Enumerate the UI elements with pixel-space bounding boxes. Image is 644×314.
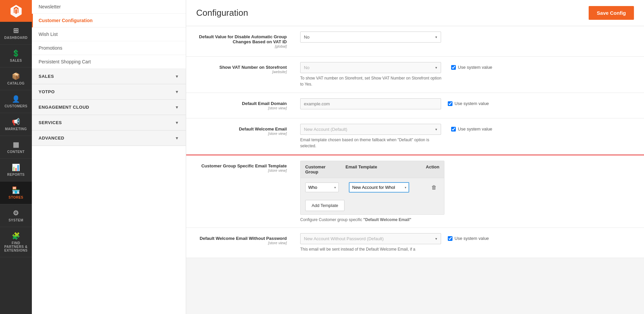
sidebar-item-sales[interactable]: 💲 SALES: [0, 45, 32, 67]
nav-label-sales: SALES: [10, 59, 22, 62]
use-system-show-vat[interactable]: Use system value: [451, 62, 492, 70]
label-disable-auto-group: Default Value for Disable Automatic Grou…: [193, 34, 287, 44]
accordion-sales: SALES ▼: [32, 69, 186, 84]
template-row: Who NOT LOGGED IN General Wholesale Reta…: [301, 178, 444, 197]
use-system-email-domain[interactable]: Use system value: [448, 98, 489, 106]
col-header-action: Action: [419, 164, 439, 174]
use-system-welcome-email[interactable]: Use system value: [451, 124, 492, 132]
sidebar-item-persistent-shopping-cart[interactable]: Persistent Shopping Cart: [32, 55, 186, 69]
nav-label-marketing: MARKETING: [5, 127, 27, 131]
nav-label-dashboard: DASHBOARD: [4, 36, 28, 40]
sidebar-item-find-partners[interactable]: 🧩 FIND PARTNERS & EXTENSIONS: [0, 227, 32, 257]
accordion-yotpo: YOTPO ▼: [32, 84, 186, 100]
label-customer-group-template: Customer Group Specific Email Template: [193, 163, 287, 168]
sidebar-item-promotions[interactable]: Promotions: [32, 41, 186, 55]
sales-icon: 💲: [12, 49, 20, 57]
label-welcome-email: Default Welcome Email: [193, 126, 287, 132]
use-system-welcome-no-password[interactable]: Use system value: [448, 233, 489, 241]
nav-label-customers: CUSTOMERS: [4, 104, 27, 108]
add-template-button[interactable]: Add Template: [305, 200, 344, 211]
select-disable-auto-group[interactable]: No Yes: [300, 32, 441, 43]
select-email-template[interactable]: New Account for Whol New Account (Defaul…: [349, 182, 409, 193]
nav-label-find-partners: FIND PARTNERS & EXTENSIONS: [2, 241, 30, 252]
label-show-vat: Show VAT Number on Storefront: [193, 65, 287, 70]
stores-icon: 🏪: [12, 186, 20, 194]
accordion-engagement-cloud: ENGAGEMENT CLOUD ▼: [32, 100, 186, 115]
form-row-email-domain: Default Email Domain [store view] Use sy…: [186, 93, 644, 118]
nav-label-stores: STORES: [9, 196, 23, 199]
marketing-icon: 📢: [12, 118, 20, 126]
scope-welcome-email: [store view]: [193, 132, 287, 136]
accordion-yotpo-header[interactable]: YOTPO ▼: [32, 84, 186, 99]
select-show-vat[interactable]: No Yes: [300, 62, 441, 73]
accordion-advanced-header[interactable]: ADVANCED ▼: [32, 130, 186, 146]
hint-welcome-email: Email template chosen based on theme fal…: [300, 137, 444, 149]
scope-welcome-no-password: [store view]: [193, 241, 287, 245]
sidebar-item-catalog[interactable]: 📦 CATALOG: [0, 67, 32, 90]
page-title: Configuration: [196, 8, 248, 18]
form-row-disable-auto-group: Default Value for Disable Automatic Grou…: [186, 26, 644, 57]
select-customer-group[interactable]: Who NOT LOGGED IN General Wholesale Reta…: [305, 182, 339, 192]
main-content: Configuration Save Config Default Value …: [186, 0, 644, 314]
sidebar-item-wish-list[interactable]: Wish List: [32, 28, 186, 41]
delete-template-button[interactable]: 🗑: [429, 183, 439, 192]
select-wrapper-email-template: New Account for Whol New Account (Defaul…: [349, 182, 409, 193]
chevron-down-icon: ▼: [175, 120, 179, 125]
system-icon: ⚙: [13, 209, 19, 217]
col-header-email-template: Email Template: [345, 164, 419, 174]
page-header: Configuration Save Config: [186, 0, 644, 26]
nav-label-content: CONTENT: [7, 150, 25, 154]
sidebar-item-content[interactable]: ▦ CONTENT: [0, 136, 32, 159]
dashboard-icon: ⊞: [13, 27, 19, 35]
select-wrapper-disable-auto-group: No Yes: [300, 32, 441, 43]
form-container: Default Value for Disable Automatic Grou…: [186, 26, 644, 258]
template-table-header: CustomerGroup Email Template Action: [301, 161, 444, 178]
accordion-engagement-cloud-header[interactable]: ENGAGEMENT CLOUD ▼: [32, 100, 186, 115]
sidebar-item-newsletter[interactable]: Newsletter: [32, 0, 186, 14]
form-row-welcome-no-password: Default Welcome Email Without Password […: [186, 228, 644, 258]
customers-icon: 👤: [12, 95, 20, 103]
hint-customer-group-template: Configure Customer group specific "Defau…: [300, 217, 444, 222]
scope-customer-group-template: [store view]: [193, 168, 287, 172]
select-wrapper-customer-group: Who NOT LOGGED IN General Wholesale Reta…: [305, 182, 339, 192]
nav-label-reports: REPORTS: [7, 173, 25, 176]
col-header-customer-group: CustomerGroup: [305, 164, 345, 174]
chevron-down-icon: ▼: [175, 105, 179, 110]
sidebar-item-customers[interactable]: 👤 CUSTOMERS: [0, 90, 32, 113]
chevron-down-icon: ▼: [175, 136, 179, 141]
accordion-sales-header[interactable]: SALES ▼: [32, 69, 186, 84]
checkbox-use-system-email-domain[interactable]: [448, 101, 452, 106]
content-icon: ▦: [13, 141, 19, 149]
chevron-down-icon: ▼: [175, 74, 179, 79]
template-table: CustomerGroup Email Template Action Who …: [300, 161, 444, 215]
logo[interactable]: [0, 0, 32, 22]
sidebar-item-stores[interactable]: 🏪 STORES: [0, 181, 32, 204]
select-welcome-email[interactable]: New Account (Default): [300, 124, 441, 135]
form-row-welcome-email: Default Welcome Email [store view] New A…: [186, 118, 644, 155]
select-welcome-no-password[interactable]: New Account Without Password (Default): [300, 233, 441, 244]
scope-show-vat: [website]: [193, 70, 287, 74]
checkbox-use-system-show-vat[interactable]: [451, 65, 456, 70]
hint-welcome-no-password: This email will be sent instead of the D…: [300, 246, 441, 252]
sidebar-item-reports[interactable]: 📊 REPORTS: [0, 159, 32, 181]
sidebar-item-dashboard[interactable]: ⊞ DASHBOARD: [0, 22, 32, 45]
select-wrapper-welcome-no-password: New Account Without Password (Default): [300, 233, 441, 244]
find-partners-icon: 🧩: [12, 232, 20, 240]
chevron-down-icon: ▼: [175, 90, 179, 94]
input-email-domain[interactable]: [300, 98, 441, 109]
sidebar-item-system[interactable]: ⚙ SYSTEM: [0, 204, 32, 227]
accordion-services-header[interactable]: SERVICES ▼: [32, 115, 186, 130]
checkbox-use-system-welcome-email[interactable]: [451, 127, 456, 132]
sidebar-item-marketing[interactable]: 📢 MARKETING: [0, 113, 32, 136]
scope-disable-auto-group: [global]: [193, 44, 287, 48]
scope-email-domain: [store view]: [193, 106, 287, 110]
checkbox-use-system-welcome-no-password[interactable]: [448, 236, 452, 241]
nav-sidebar: ⊞ DASHBOARD 💲 SALES 📦 CATALOG 👤 CUSTOMER…: [0, 0, 32, 314]
label-email-domain: Default Email Domain: [193, 101, 287, 106]
sidebar-item-customer-config[interactable]: Customer Configuration: [32, 14, 186, 28]
save-config-button[interactable]: Save Config: [589, 6, 634, 20]
accordion-services: SERVICES ▼: [32, 115, 186, 130]
hint-show-vat: To show VAT number on Storefront, set Sh…: [300, 75, 444, 87]
magento-logo-icon: [9, 4, 23, 18]
form-row-customer-group-template: Customer Group Specific Email Template […: [186, 155, 644, 228]
